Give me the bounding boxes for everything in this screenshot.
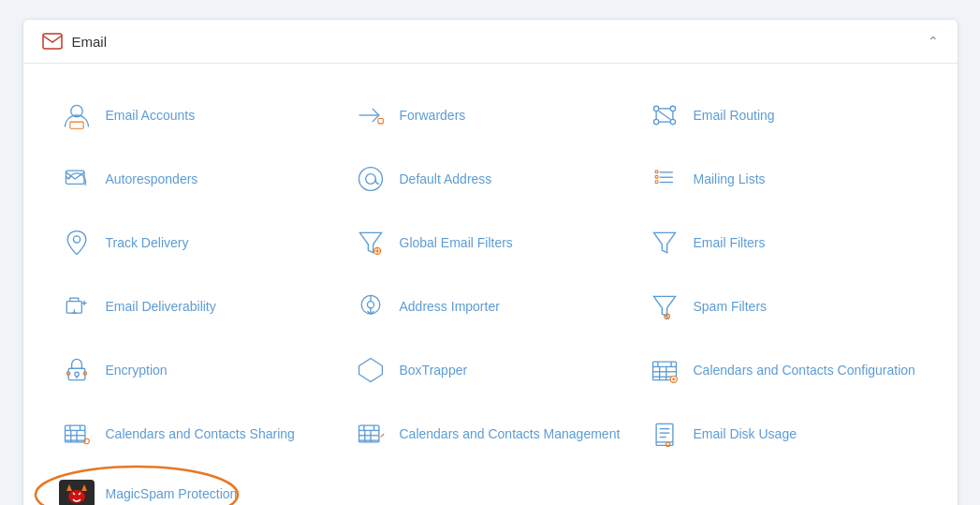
- grid-item-autoresponders[interactable]: Autoresponders: [50, 150, 344, 208]
- autoresponders-icon: [59, 161, 95, 197]
- svg-rect-66: [358, 425, 378, 442]
- email-deliverability-icon: [59, 289, 95, 324]
- svg-rect-57: [65, 425, 84, 442]
- grid-item-global-email-filters[interactable]: Global Email Filters: [344, 214, 637, 272]
- grid-item-cal-contacts-sharing[interactable]: Calendars and Contacts Sharing: [50, 405, 344, 463]
- cal-contacts-management-icon: [353, 416, 388, 452]
- forwarders-icon: [353, 97, 388, 133]
- svg-marker-36: [653, 296, 675, 316]
- items-grid: Email Accounts Forwarders: [50, 86, 931, 505]
- cal-contacts-config-label: Calendars and Contacts Configuration: [694, 362, 915, 379]
- boxtrapper-label: BoxTrapper: [400, 362, 468, 379]
- grid-item-spam-filters[interactable]: Spam Filters: [637, 277, 931, 335]
- svg-marker-24: [359, 232, 381, 252]
- cal-contacts-sharing-icon: [59, 416, 95, 452]
- annotation-arrow: [227, 498, 377, 505]
- collapse-button[interactable]: ⌃: [928, 34, 939, 49]
- svg-point-23: [73, 236, 80, 243]
- email-accounts-label: Email Accounts: [106, 107, 196, 125]
- svg-marker-28: [653, 232, 675, 252]
- svg-point-35: [367, 302, 373, 308]
- svg-point-7: [653, 119, 658, 124]
- grid-item-email-filters[interactable]: Email Filters: [637, 214, 931, 272]
- svg-marker-45: [358, 359, 382, 382]
- svg-point-16: [365, 174, 375, 185]
- svg-rect-21: [655, 175, 658, 178]
- email-deliverability-label: Email Deliverability: [106, 298, 216, 316]
- default-address-icon: [353, 161, 388, 197]
- magicspam-icon: [59, 480, 95, 505]
- cal-contacts-config-icon: [647, 352, 682, 388]
- email-filters-icon: [647, 225, 682, 260]
- panel-header: Email ⌃: [23, 20, 958, 64]
- address-importer-label: Address Importer: [400, 298, 500, 316]
- email-routing-label: Email Routing: [694, 107, 775, 125]
- spam-filters-label: Spam Filters: [694, 298, 768, 316]
- grid-item-address-importer[interactable]: Address Importer: [344, 277, 637, 335]
- cal-contacts-management-label: Calendars and Contacts Management: [400, 425, 621, 443]
- encryption-icon: [59, 352, 95, 388]
- grid-item-email-disk-usage[interactable]: Email Disk Usage: [637, 405, 931, 463]
- svg-point-8: [670, 119, 675, 124]
- mailing-lists-label: Mailing Lists: [694, 171, 766, 188]
- track-delivery-label: Track Delivery: [106, 234, 189, 252]
- svg-point-15: [358, 168, 382, 191]
- magicspam-label: MagicSpam Protection: [106, 485, 238, 503]
- grid-item-default-address[interactable]: Default Address: [344, 150, 637, 208]
- track-delivery-icon: [59, 225, 95, 260]
- svg-point-5: [653, 106, 658, 111]
- email-accounts-icon: [59, 97, 95, 133]
- svg-point-6: [670, 106, 675, 111]
- cal-contacts-sharing-label: Calendars and Contacts Sharing: [106, 425, 295, 443]
- global-email-filters-icon: [353, 225, 388, 260]
- panel-header-left: Email: [42, 33, 108, 50]
- grid-item-email-accounts[interactable]: Email Accounts: [50, 86, 344, 144]
- autoresponders-label: Autoresponders: [106, 171, 198, 188]
- forwarders-label: Forwarders: [400, 107, 466, 125]
- mailing-lists-icon: [647, 161, 682, 197]
- svg-point-39: [666, 318, 667, 319]
- svg-rect-0: [43, 34, 62, 49]
- svg-point-41: [74, 372, 78, 376]
- svg-rect-22: [655, 181, 658, 184]
- grid-item-mailing-lists[interactable]: Mailing Lists: [637, 150, 931, 208]
- email-filters-label: Email Filters: [694, 234, 766, 252]
- email-disk-usage-label: Email Disk Usage: [694, 425, 797, 443]
- email-disk-usage-icon: [647, 416, 682, 452]
- email-routing-icon: [647, 97, 682, 133]
- grid-item-track-delivery[interactable]: Track Delivery: [50, 214, 344, 272]
- svg-rect-4: [378, 119, 383, 124]
- grid-item-email-deliverability[interactable]: Email Deliverability: [50, 277, 344, 335]
- svg-rect-20: [655, 171, 658, 173]
- svg-rect-2: [69, 122, 82, 128]
- boxtrapper-icon: [353, 352, 388, 388]
- email-icon: [42, 33, 63, 50]
- svg-line-13: [658, 111, 669, 120]
- svg-point-79: [666, 442, 669, 446]
- grid-item-cal-contacts-management[interactable]: Calendars and Contacts Management: [344, 405, 637, 463]
- grid-item-encryption[interactable]: Encryption: [50, 341, 344, 399]
- email-panel: Email ⌃ Email Accounts: [22, 19, 958, 505]
- address-importer-icon: [353, 289, 388, 324]
- grid-item-cal-contacts-config[interactable]: Calendars and Contacts Configuration: [637, 341, 931, 399]
- panel-title: Email: [72, 34, 108, 50]
- default-address-label: Default Address: [400, 171, 492, 188]
- grid-item-magicspam[interactable]: MagicSpam Protection: [50, 468, 344, 505]
- global-email-filters-label: Global Email Filters: [400, 234, 513, 252]
- panel-body: Email Accounts Forwarders: [23, 64, 958, 505]
- encryption-label: Encryption: [106, 362, 168, 379]
- spam-filters-icon: [647, 289, 682, 324]
- grid-item-forwarders[interactable]: Forwarders: [344, 86, 637, 144]
- grid-item-email-routing[interactable]: Email Routing: [637, 86, 931, 144]
- grid-item-boxtrapper[interactable]: BoxTrapper: [344, 341, 637, 399]
